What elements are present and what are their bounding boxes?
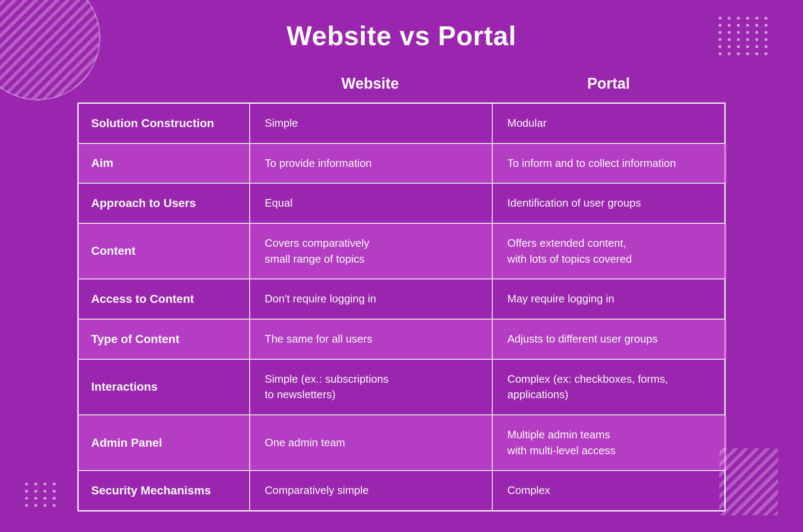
deco-dot [765,31,767,34]
deco-dot [737,38,740,41]
deco-dot [719,45,721,48]
deco-dot [34,483,37,486]
value-portal-content: Offers extended content, with lots of to… [507,235,632,267]
cell-label-solution-construction: Solution Construction [79,104,250,143]
cell-label-type-of-content: Type of Content [79,320,250,359]
value-website-security-mechanisms: Comparatively simple [265,483,369,499]
header-website: Website [249,68,491,102]
cell-website-type-of-content: The same for all users [250,320,493,359]
deco-dot [765,38,767,41]
deco-dot [765,17,767,20]
comparison-table-container: Website Portal Solution ConstructionSimp… [77,68,726,512]
value-portal-interactions: Complex (ex: checkboxes, forms, applicat… [507,371,668,403]
cell-website-solution-construction: Simple [250,104,493,143]
deco-dot [728,24,731,27]
deco-dot [34,490,37,493]
table-row-aim: AimTo provide informationTo inform and t… [79,144,724,184]
cell-label-approach-to-users: Approach to Users [79,184,250,223]
table-row-security-mechanisms: Security MechanismsComparatively simpleC… [79,471,724,510]
table-row-solution-construction: Solution ConstructionSimpleModular [79,104,724,144]
deco-dot [43,504,46,507]
label-text-admin-panel: Admin Panel [91,435,162,450]
value-website-interactions: Simple (ex.: subscriptions to newsletter… [265,371,389,403]
deco-dot [53,483,56,486]
deco-dot [728,45,731,48]
deco-dot [728,17,731,20]
label-text-approach-to-users: Approach to Users [91,196,196,211]
deco-dot [737,31,740,34]
value-portal-access-to-content: May require logging in [507,291,614,307]
cell-label-security-mechanisms: Security Mechanisms [79,471,250,510]
cell-label-interactions: Interactions [79,360,250,414]
value-portal-type-of-content: Adjusts to different user groups [507,331,657,347]
cell-label-content: Content [79,224,250,279]
deco-dot [755,38,758,41]
value-website-approach-to-users: Equal [265,195,293,211]
cell-portal-admin-panel: Multiple admin teams with multi-level ac… [493,415,727,470]
label-text-access-to-content: Access to Content [91,292,194,307]
cell-portal-interactions: Complex (ex: checkboxes, forms, applicat… [493,360,727,414]
deco-dot [34,497,37,500]
cell-website-access-to-content: Don't require logging in [250,279,493,319]
cell-portal-aim: To inform and to collect information [493,144,727,183]
header-empty [77,68,249,102]
deco-dot [765,24,767,27]
page-title: Website vs Portal [286,20,516,51]
deco-dot [25,490,28,493]
deco-dot [746,52,749,55]
cell-portal-solution-construction: Modular [493,104,727,143]
deco-dot [43,497,46,500]
column-headers: Website Portal [77,68,726,102]
deco-dot [53,504,56,507]
deco-dot [765,52,767,55]
deco-dot [755,31,758,34]
cell-label-admin-panel: Admin Panel [79,415,250,470]
deco-dot [737,17,740,20]
table-body: Solution ConstructionSimpleModularAimTo … [79,104,724,510]
deco-dot [746,45,749,48]
deco-dot [719,52,721,55]
deco-dot [755,17,758,20]
label-text-solution-construction: Solution Construction [91,116,214,131]
header-portal: Portal [491,68,726,102]
value-website-aim: To provide information [265,156,372,171]
value-website-solution-construction: Simple [265,115,298,131]
deco-dots-top-right [719,17,770,55]
cell-website-interactions: Simple (ex.: subscriptions to newsletter… [250,360,493,414]
table-wrapper: Solution ConstructionSimpleModularAimTo … [77,102,726,512]
deco-dot [43,483,46,486]
cell-portal-type-of-content: Adjusts to different user groups [493,320,727,359]
deco-dot [737,52,740,55]
deco-dot [25,483,28,486]
deco-dot [719,38,721,41]
cell-label-aim: Aim [79,144,250,183]
cell-portal-approach-to-users: Identification of user groups [493,184,727,223]
value-website-type-of-content: The same for all users [265,331,372,347]
deco-dot [53,490,56,493]
deco-dots-bottom-left [25,483,58,507]
value-portal-aim: To inform and to collect information [507,156,676,171]
deco-dot [43,490,46,493]
deco-dot [737,45,740,48]
cell-website-aim: To provide information [250,144,493,183]
deco-stripe-bottom-right [719,448,778,515]
cell-label-access-to-content: Access to Content [79,279,250,319]
deco-dot [719,17,721,20]
deco-dot [746,31,749,34]
table-row-type-of-content: Type of ContentThe same for all usersAdj… [79,320,724,360]
value-website-admin-panel: One admin team [265,435,345,451]
value-portal-solution-construction: Modular [507,115,547,131]
label-text-aim: Aim [91,156,113,171]
deco-dot [53,497,56,500]
table-row-approach-to-users: Approach to UsersEqualIdentification of … [79,184,724,224]
table-row-content: ContentCovers comparatively small range … [79,224,724,279]
value-website-content: Covers comparatively small range of topi… [265,235,369,267]
label-text-security-mechanisms: Security Mechanisms [91,483,211,498]
table-row-access-to-content: Access to ContentDon't require logging i… [79,279,724,320]
value-portal-admin-panel: Multiple admin teams with multi-level ac… [507,427,616,458]
table-row-interactions: InteractionsSimple (ex.: subscriptions t… [79,360,724,415]
table-row-admin-panel: Admin PanelOne admin teamMultiple admin … [79,415,724,471]
deco-dot [755,45,758,48]
deco-dot [746,24,749,27]
deco-dot [25,504,28,507]
